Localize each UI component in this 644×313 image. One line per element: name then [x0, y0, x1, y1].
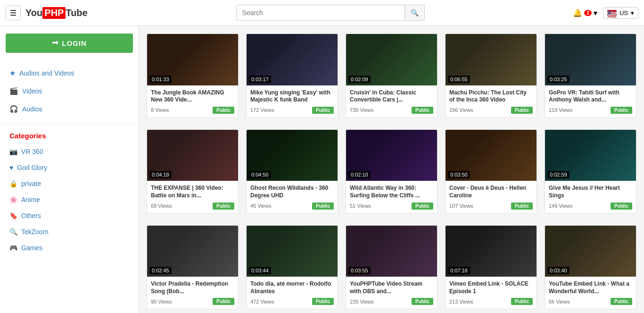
sidebar-item-others[interactable]: 🔖 Others — [0, 208, 139, 224]
menu-button[interactable]: ☰ — [6, 6, 21, 20]
sidebar-item-anime[interactable]: 🌸 Anime — [0, 192, 139, 208]
zoom-icon: 🔍 — [9, 228, 17, 236]
video-info: Mike Yung singing 'Easy' with Majestic K… — [247, 85, 338, 118]
video-thumbnail: 0:02:59 — [545, 130, 636, 181]
sidebar-item-videos[interactable]: 🎬 Videos — [0, 82, 139, 100]
video-card[interactable]: 0:03:40 YouTube Embed Link - What a Wond… — [545, 225, 636, 310]
views-count: 213 Views — [449, 299, 473, 305]
video-card[interactable]: 0:07:18 Vimeo Embed Link - SOLACE Episod… — [445, 225, 537, 310]
notification-button[interactable]: 🔔 2 ▾ — [573, 8, 597, 17]
lang-code: US — [619, 9, 628, 17]
bell-icon: 🔔 — [573, 8, 582, 17]
views-count: 107 Views — [449, 203, 473, 209]
video-meta: 213 Views Public — [449, 298, 533, 305]
sidebar-item-games[interactable]: 🎮 Games — [0, 240, 139, 256]
search-button[interactable]: 🔍 — [405, 5, 424, 20]
duration-badge: 0:03:55 — [348, 267, 371, 274]
header-left: ☰ YouPHPTube — [6, 6, 88, 20]
heart-icon: ♥ — [9, 164, 13, 171]
public-badge: Public — [611, 203, 632, 210]
login-button[interactable]: ⮕ LOGIN — [6, 34, 133, 53]
logo[interactable]: YouPHPTube — [25, 7, 88, 19]
video-row-0: 0:01:33 The Jungle Book AMAZING New 360 … — [147, 34, 636, 118]
video-card[interactable]: 0:03:25 GoPro VR: Tahiti Surf with Antho… — [545, 34, 636, 118]
duration-badge: 0:06:55 — [448, 76, 470, 83]
video-meta: 472 Views Public — [250, 298, 334, 305]
public-badge: Public — [412, 107, 433, 114]
duration-badge: 0:01:33 — [149, 76, 172, 83]
sidebar-label-videos: Videos — [22, 87, 42, 95]
games-icon: 🎮 — [9, 244, 17, 252]
video-title: YouPHPTube Video Stream with OBS and... — [350, 280, 433, 295]
video-info: Ghost Recon Wildlands - 360 Degree UHD 4… — [247, 181, 338, 213]
video-card[interactable]: 0:04:18 THE EXPANSE | 360 Video: Battle … — [147, 129, 239, 214]
layout: ⮕ LOGIN ★ Audios and Videos 🎬 Videos 🎧 A… — [0, 26, 644, 313]
lang-arrow-icon: ▾ — [631, 9, 634, 17]
sidebar-item-private[interactable]: 🔒 private — [0, 176, 139, 192]
sidebar-item-vr360[interactable]: 📷 VR 360 — [0, 144, 139, 160]
video-card[interactable]: 0:04:50 Ghost Recon Wildlands - 360 Degr… — [246, 129, 338, 214]
language-button[interactable]: 🇺🇸 US ▾ — [603, 7, 638, 19]
video-card[interactable]: 0:03:55 YouPHPTube Video Stream with OBS… — [346, 225, 438, 310]
video-title: Cruisin' in Cuba: Classic Convertible Ca… — [350, 89, 433, 104]
video-card[interactable]: 0:03:50 Cover - Deus é Deus - Hellen Car… — [445, 129, 537, 214]
duration-badge: 0:02:10 — [348, 171, 371, 178]
sidebar-item-audios[interactable]: 🎧 Audios — [0, 100, 139, 118]
video-thumbnail: 0:04:18 — [147, 130, 238, 181]
video-card[interactable]: 0:03:17 Mike Yung singing 'Easy' with Ma… — [246, 34, 338, 118]
video-info: The Jungle Book AMAZING New 360 Vide... … — [147, 85, 238, 118]
video-card[interactable]: 0:06:55 Machu Picchu: The Lost City of t… — [445, 34, 537, 118]
duration-badge: 0:04:18 — [149, 171, 172, 178]
video-row-1: 0:04:18 THE EXPANSE | 360 Video: Battle … — [147, 129, 636, 214]
public-badge: Public — [511, 298, 533, 305]
duration-badge: 0:02:09 — [348, 76, 371, 83]
views-count: 69 Views — [151, 203, 172, 209]
sidebar-item-god-glory[interactable]: ♥ God Glory — [0, 160, 139, 176]
duration-badge: 0:04:50 — [249, 171, 271, 178]
cat-label-games: Games — [21, 244, 42, 252]
views-count: 56 Views — [549, 299, 570, 305]
flower-icon: 🌸 — [9, 196, 17, 203]
video-thumbnail: 0:02:10 — [346, 130, 437, 181]
vr360-icon: 📷 — [9, 148, 17, 155]
audio-icon: 🎧 — [9, 105, 18, 113]
video-thumbnail: 0:03:55 — [346, 226, 437, 277]
sidebar-item-audios-videos[interactable]: ★ Audios and Videos — [0, 64, 139, 82]
video-card[interactable]: 0:02:59 Give Me Jesus // Her Heart Sings… — [545, 129, 636, 214]
public-badge: Public — [511, 107, 533, 114]
video-card[interactable]: 0:01:33 The Jungle Book AMAZING New 360 … — [147, 34, 239, 118]
video-info: Todo dia, até morrer - Rodolfo Abrantes … — [247, 277, 338, 309]
video-thumbnail: 0:06:55 — [446, 34, 537, 85]
cat-label-vr360: VR 360 — [21, 148, 43, 155]
video-thumbnail: 0:03:44 — [247, 226, 338, 277]
video-title: Machu Picchu: The Lost City of the Inca … — [449, 89, 533, 104]
video-meta: 90 Views Public — [151, 298, 234, 305]
star-icon: ★ — [9, 69, 16, 77]
video-thumbnail: 0:07:18 — [446, 226, 537, 277]
video-info: Give Me Jesus // Her Heart Sings 149 Vie… — [545, 181, 636, 213]
video-card[interactable]: 0:02:09 Cruisin' in Cuba: Classic Conver… — [346, 34, 438, 118]
views-count: 90 Views — [151, 299, 172, 305]
video-thumbnail: 0:03:25 — [545, 34, 636, 85]
video-card[interactable]: 0:02:10 Wild Atlantic Way in 360: Surfin… — [346, 129, 438, 214]
video-info: YouTube Embed Link - What a Wonderful Wo… — [545, 277, 636, 309]
views-count: 8 Views — [151, 107, 169, 113]
logo-tube: Tube — [66, 8, 87, 18]
video-title: The Jungle Book AMAZING New 360 Vide... — [151, 89, 234, 104]
sidebar-item-tekzoom[interactable]: 🔍 TekZoom — [0, 224, 139, 240]
video-thumbnail: 0:03:40 — [545, 226, 636, 277]
video-card[interactable]: 0:02:45 Victor Pradella - Redemption Son… — [147, 225, 239, 310]
video-card[interactable]: 0:03:44 Todo dia, até morrer - Rodolfo A… — [246, 225, 338, 310]
video-meta: 107 Views Public — [449, 203, 533, 210]
video-title: Wild Atlantic Way in 360: Surfing Below … — [350, 185, 433, 199]
video-title: Give Me Jesus // Her Heart Sings — [549, 185, 632, 199]
search-input[interactable] — [237, 5, 405, 20]
video-meta: 730 Views Public — [350, 107, 433, 114]
video-info: GoPro VR: Tahiti Surf with Anthony Walsh… — [545, 85, 636, 118]
cat-label-god-glory: God Glory — [17, 164, 47, 171]
video-info: Machu Picchu: The Lost City of the Inca … — [446, 85, 537, 118]
views-count: 196 Views — [449, 107, 473, 113]
public-badge: Public — [213, 107, 234, 114]
video-info: YouPHPTube Video Stream with OBS and... … — [346, 277, 437, 309]
logo-php: PHP — [42, 7, 66, 19]
